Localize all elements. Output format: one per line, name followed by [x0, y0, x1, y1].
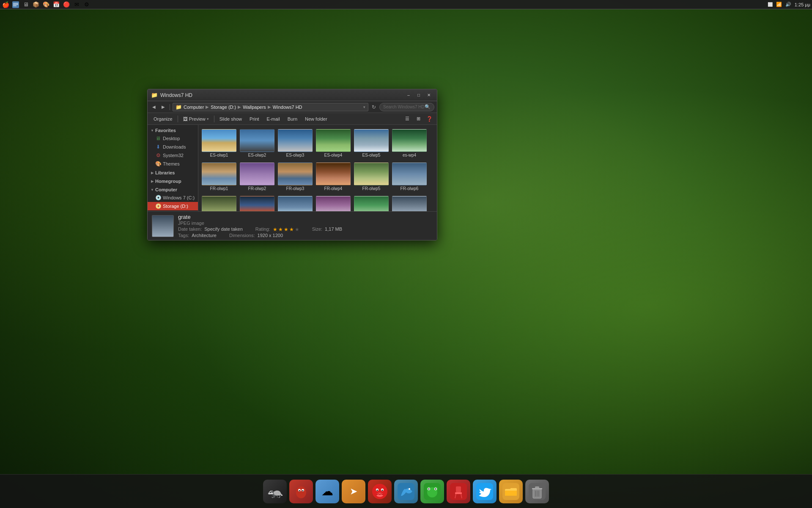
- libraries-label: Libraries: [155, 170, 175, 175]
- calendar-icon[interactable]: 📅: [52, 1, 60, 8]
- system32-folder-icon: ⚙: [155, 152, 161, 158]
- file-label-es-olwp4: ES-olwp4: [316, 153, 351, 157]
- sidebar-item-windows7c[interactable]: 💿 Windows 7 (C:): [148, 193, 198, 202]
- svg-point-13: [382, 489, 383, 491]
- file-item-fr-olwp4[interactable]: FR-olwp4: [315, 161, 351, 193]
- file-item-fr-wp1[interactable]: fr-wp1: [201, 194, 237, 211]
- file-item-es-olwp5[interactable]: ES-olwp5: [353, 127, 390, 159]
- new-folder-button[interactable]: New folder: [302, 114, 331, 124]
- close-button[interactable]: ✕: [424, 91, 433, 99]
- svg-point-24: [435, 488, 436, 489]
- file-item-fr-wp2[interactable]: fr-wp2: [239, 194, 275, 211]
- file-item-es-olwp4[interactable]: ES-olwp4: [315, 127, 351, 159]
- file-item-fr-wp3[interactable]: fr-wp3: [277, 194, 313, 211]
- dock-icon-cloud[interactable]: ☁: [315, 480, 339, 503]
- file-item-fr-olwp6[interactable]: FR-olwp6: [391, 161, 428, 193]
- downloads-folder-icon: ⬇: [155, 144, 161, 150]
- preview-label: Preview: [189, 116, 206, 121]
- homegroup-chevron: ▶: [150, 179, 154, 183]
- star-rating: ★ ★ ★ ★ ★: [273, 226, 299, 232]
- status-filetype: JPEG image: [178, 221, 204, 226]
- minimize-button[interactable]: –: [404, 91, 413, 99]
- file-item-fr-wp4[interactable]: fr-wp4: [315, 194, 351, 211]
- file-item-fr-wp6[interactable]: fr-wp6: [353, 194, 390, 211]
- status-meta-2: Tags: Architecture Dimensions: 1920 x 12…: [178, 233, 433, 238]
- meta-size: Size: 1,17 MB: [312, 226, 342, 232]
- taskbar-top-left: 🍎 🖥 📦 🎨 📅 🔴 ✉ ⚙: [2, 1, 91, 8]
- dock-icon-folder[interactable]: [499, 480, 523, 503]
- sidebar-group-libraries: ▶ Libraries: [148, 169, 198, 177]
- file-item-fr-olwp1[interactable]: FR-olwp1: [201, 161, 237, 193]
- help-button[interactable]: ❓: [424, 114, 434, 124]
- file-item-fr-olwp2[interactable]: FR-olwp2: [239, 161, 275, 193]
- monitor-icon[interactable]: 🖥: [22, 1, 30, 8]
- red-icon[interactable]: 🔴: [63, 1, 70, 8]
- slideshow-button[interactable]: Slide show: [216, 114, 245, 124]
- apple-icon[interactable]: 🍎: [2, 1, 9, 8]
- sidebar-favorites-header[interactable]: ▼ Favorites: [148, 127, 198, 134]
- size-value: 1,17 MB: [325, 226, 342, 232]
- dock-icon-arrow[interactable]: ➤: [342, 480, 365, 503]
- sidebar-item-downloads[interactable]: ⬇ Downloads: [148, 143, 198, 151]
- address-path[interactable]: 📁 Computer ▶ Storage (D:) ▶ Wallpapers ▶…: [173, 103, 368, 111]
- sidebar-item-desktop[interactable]: 🖥 Desktop: [148, 134, 198, 143]
- email-button[interactable]: E-mail: [263, 114, 283, 124]
- preview-arrow: ▾: [207, 117, 209, 121]
- volume-icon: 🔊: [785, 2, 791, 7]
- mail-icon[interactable]: ✉: [73, 1, 80, 8]
- file-thumb-es-wp4: [392, 129, 427, 152]
- file-label-fr-olwp4: FR-olwp4: [316, 186, 351, 191]
- sidebar-item-system32[interactable]: ⚙ System32: [148, 151, 198, 160]
- sidebar-item-storage-d[interactable]: 📀 Storage (D:): [148, 202, 198, 210]
- file-item-gb-wp1[interactable]: gb-wp1: [391, 194, 428, 211]
- storage-drive-icon: 📀: [155, 203, 161, 209]
- dimensions-label: Dimensions:: [229, 233, 255, 238]
- sidebar-item-themes[interactable]: 🎨 Themes: [148, 160, 198, 168]
- meta-date: Date taken: Specify date taken: [178, 226, 243, 232]
- dock-icon-twitter[interactable]: [473, 480, 497, 503]
- dock-icon-bird[interactable]: [394, 480, 418, 503]
- homegroup-label: Homegroup: [155, 179, 181, 184]
- file-item-es-olwp1[interactable]: ES-olwp1: [201, 127, 237, 159]
- date-taken-label: Date taken:: [178, 226, 202, 232]
- file-item-es-olwp3[interactable]: ES-olwp3: [277, 127, 313, 159]
- sidebar-windows7c-label: Windows 7 (C:): [163, 195, 195, 200]
- maximize-button[interactable]: □: [414, 91, 423, 99]
- paint-icon[interactable]: 🎨: [42, 1, 50, 8]
- dock-icon-monster[interactable]: [289, 480, 313, 503]
- file-item-es-olwp2[interactable]: ES-olwp2: [239, 127, 275, 159]
- file-item-fr-olwp5[interactable]: FR-olwp5: [353, 161, 390, 193]
- finder-icon[interactable]: [12, 1, 19, 8]
- dock-icon-chair[interactable]: [447, 480, 470, 503]
- dock-icon-badger[interactable]: 🦡: [263, 480, 287, 503]
- package-icon[interactable]: 📦: [32, 1, 40, 8]
- print-button[interactable]: Print: [246, 114, 263, 124]
- desktop-folder-icon: 🖥: [155, 135, 161, 141]
- sidebar-computer-header[interactable]: ▼ Computer: [148, 186, 198, 193]
- file-item-fr-olwp3[interactable]: FR-olwp3: [277, 161, 313, 193]
- view-grid-button[interactable]: ⊞: [413, 114, 423, 124]
- status-info: grate JPEG image Date taken: Specify dat…: [178, 214, 433, 238]
- search-icon: 🔍: [425, 104, 431, 110]
- dock-icon-trash[interactable]: [525, 480, 549, 503]
- sidebar-libraries-header[interactable]: ▶ Libraries: [148, 169, 198, 177]
- forward-button[interactable]: ▶: [159, 103, 167, 111]
- sidebar-group-homegroup: ▶ Homegroup: [148, 177, 198, 185]
- organize-button[interactable]: Organize: [150, 114, 176, 124]
- back-button[interactable]: ◀: [150, 103, 158, 111]
- svg-rect-26: [456, 486, 461, 492]
- dock-icon-frog[interactable]: [420, 480, 444, 503]
- refresh-button[interactable]: ↻: [370, 103, 378, 111]
- sidebar-themes-label: Themes: [163, 161, 180, 166]
- dock-icon-redface[interactable]: [368, 480, 392, 503]
- view-list-button[interactable]: ☰: [402, 114, 412, 124]
- settings-top-icon[interactable]: ⚙: [83, 1, 91, 8]
- file-item-es-wp4[interactable]: es-wp4: [391, 127, 428, 159]
- burn-button[interactable]: Burn: [284, 114, 301, 124]
- breadcrumb-wallpapers: Wallpapers: [243, 105, 266, 110]
- sidebar-homegroup-header[interactable]: ▶ Homegroup: [148, 177, 198, 185]
- dimensions-value: 812 x 508: [258, 233, 283, 238]
- search-box[interactable]: Search Windows7 HD 🔍: [379, 103, 434, 111]
- preview-button[interactable]: 🖼 Preview ▾: [180, 114, 212, 124]
- preview-icon: 🖼: [183, 116, 188, 121]
